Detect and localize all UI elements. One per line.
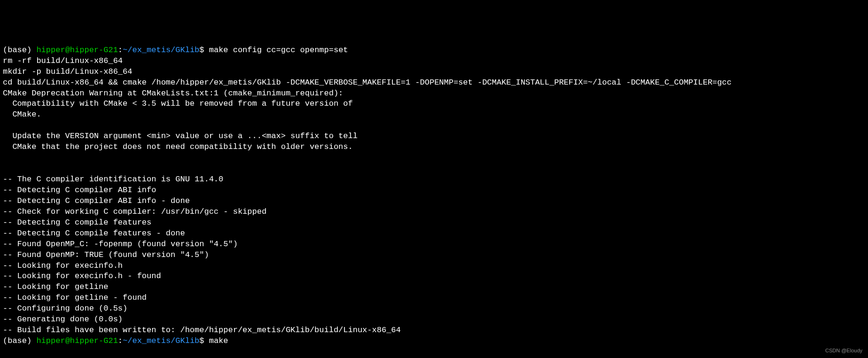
- command-input: make config cc=gcc openmp=set: [209, 46, 348, 54]
- output-line: mkdir -p build/Linux-x86_64: [3, 67, 132, 76]
- output-line: -- Configuring done (0.5s): [3, 304, 127, 313]
- watermark: CSDN @Eloudy: [825, 347, 862, 354]
- prompt-env: (base): [3, 46, 36, 54]
- output-line: rm -rf build/Linux-x86_64: [3, 56, 123, 65]
- output-line: CMake Deprecation Warning at CMakeLists.…: [3, 89, 343, 98]
- output-line: -- Generating done (0.0s): [3, 315, 123, 324]
- prompt-path: ~/ex_metis/GKlib: [123, 46, 199, 54]
- command-input: make: [209, 336, 228, 345]
- output-line: -- Detecting C compile features: [3, 218, 151, 227]
- output-line: CMake.: [3, 110, 41, 119]
- output-line: -- Build files have been written to: /ho…: [3, 326, 401, 335]
- prompt-line-1: (base) hipper@hipper-G21:~/ex_metis/GKli…: [3, 46, 348, 54]
- output-line: -- Detecting C compile features - done: [3, 229, 185, 238]
- output-line: -- Check for working C compiler: /usr/bi…: [3, 207, 266, 216]
- output-line: -- The C compiler identification is GNU …: [3, 175, 223, 184]
- output-line: -- Found OpenMP: TRUE (found version "4.…: [3, 250, 209, 259]
- prompt-dollar: $: [199, 46, 209, 54]
- output-line: Update the VERSION argument <min> value …: [3, 132, 358, 140]
- prompt-colon: :: [118, 46, 123, 54]
- prompt-colon: :: [118, 336, 123, 345]
- output-line: -- Detecting C compiler ABI info: [3, 186, 156, 195]
- prompt-dollar: $: [199, 336, 209, 345]
- output-line: CMake that the project does not need com…: [3, 142, 353, 151]
- output-line: cd build/Linux-x86_64 && cmake /home/hip…: [3, 78, 732, 87]
- prompt-line-2: (base) hipper@hipper-G21:~/ex_metis/GKli…: [3, 336, 228, 345]
- prompt-user-host: hipper@hipper-G21: [36, 336, 117, 345]
- output-line: -- Looking for getline - found: [3, 293, 147, 302]
- output-line: Compatibility with CMake < 3.5 will be r…: [3, 99, 353, 108]
- output-line: -- Looking for getline: [3, 282, 108, 291]
- output-line: -- Looking for execinfo.h - found: [3, 272, 161, 280]
- prompt-path: ~/ex_metis/GKlib: [123, 336, 199, 345]
- terminal-content[interactable]: (base) hipper@hipper-G21:~/ex_metis/GKli…: [3, 45, 865, 347]
- output-line: -- Looking for execinfo.h: [3, 261, 123, 270]
- output-line: -- Found OpenMP_C: -fopenmp (found versi…: [3, 240, 238, 249]
- output-line: -- Detecting C compiler ABI info - done: [3, 196, 190, 205]
- prompt-env: (base): [3, 336, 36, 345]
- prompt-user-host: hipper@hipper-G21: [36, 46, 117, 54]
